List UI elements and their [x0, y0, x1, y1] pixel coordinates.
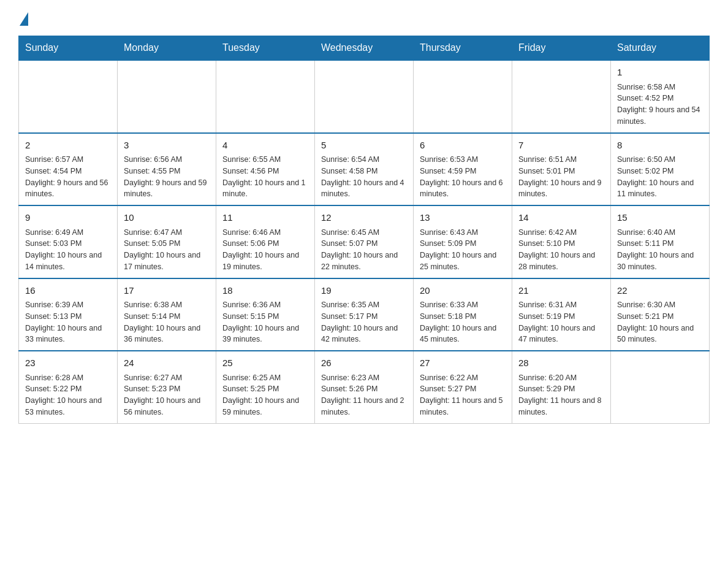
calendar-cell: 9Sunrise: 6:49 AMSunset: 5:03 PMDaylight… — [19, 205, 118, 278]
daylight-text: Daylight: 10 hours and 11 minutes. — [617, 178, 694, 199]
calendar-cell: 11Sunrise: 6:46 AMSunset: 5:06 PMDayligh… — [216, 205, 315, 278]
day-number: 12 — [321, 211, 407, 225]
sunrise-text: Sunrise: 6:30 AM — [617, 301, 675, 309]
sunset-text: Sunset: 5:02 PM — [617, 167, 673, 175]
calendar-header-row: SundayMondayTuesdayWednesdayThursdayFrid… — [19, 36, 710, 61]
calendar-cell: 14Sunrise: 6:42 AMSunset: 5:10 PMDayligh… — [512, 205, 611, 278]
sunrise-text: Sunrise: 6:42 AM — [518, 228, 577, 237]
sunset-text: Sunset: 5:26 PM — [321, 385, 377, 393]
sunset-text: Sunset: 4:58 PM — [321, 167, 377, 175]
sunset-text: Sunset: 5:21 PM — [617, 312, 673, 321]
sunset-text: Sunset: 5:27 PM — [420, 385, 476, 393]
calendar-day-header: Friday — [512, 36, 611, 61]
sunset-text: Sunset: 5:29 PM — [518, 385, 575, 393]
daylight-text: Daylight: 10 hours and 59 minutes. — [222, 396, 299, 416]
sunrise-text: Sunrise: 6:51 AM — [518, 155, 577, 164]
calendar-cell — [216, 60, 315, 133]
calendar-cell: 7Sunrise: 6:51 AMSunset: 5:01 PMDaylight… — [512, 133, 611, 206]
calendar-cell: 10Sunrise: 6:47 AMSunset: 5:05 PMDayligh… — [118, 205, 216, 278]
calendar-cell: 1Sunrise: 6:58 AMSunset: 4:52 PMDaylight… — [611, 60, 710, 133]
calendar-cell: 22Sunrise: 6:30 AMSunset: 5:21 PMDayligh… — [611, 278, 710, 351]
daylight-text: Daylight: 11 hours and 8 minutes. — [518, 396, 602, 416]
day-number: 10 — [124, 211, 210, 225]
sunset-text: Sunset: 4:54 PM — [25, 167, 82, 175]
sunset-text: Sunset: 4:59 PM — [420, 167, 476, 175]
sunrise-text: Sunrise: 6:23 AM — [321, 373, 379, 382]
daylight-text: Daylight: 10 hours and 22 minutes. — [321, 251, 398, 271]
calendar-cell — [414, 60, 512, 133]
day-number: 19 — [321, 284, 407, 298]
day-number: 24 — [124, 356, 210, 370]
sunrise-text: Sunrise: 6:39 AM — [25, 301, 83, 309]
daylight-text: Daylight: 10 hours and 42 minutes. — [321, 324, 398, 344]
calendar-cell: 4Sunrise: 6:55 AMSunset: 4:56 PMDaylight… — [216, 133, 315, 206]
calendar-day-header: Monday — [118, 36, 216, 61]
sunset-text: Sunset: 4:56 PM — [222, 167, 279, 175]
day-number: 27 — [420, 356, 506, 370]
sunrise-text: Sunrise: 6:35 AM — [321, 301, 379, 309]
sunset-text: Sunset: 5:09 PM — [420, 239, 476, 248]
daylight-text: Daylight: 10 hours and 50 minutes. — [617, 324, 694, 344]
sunrise-text: Sunrise: 6:31 AM — [518, 301, 577, 309]
sunrise-text: Sunrise: 6:43 AM — [420, 228, 478, 237]
logo — [18, 12, 28, 25]
daylight-text: Daylight: 10 hours and 25 minutes. — [420, 251, 496, 271]
daylight-text: Daylight: 10 hours and 39 minutes. — [222, 324, 299, 344]
calendar-cell: 19Sunrise: 6:35 AMSunset: 5:17 PMDayligh… — [315, 278, 414, 351]
sunrise-text: Sunrise: 6:33 AM — [420, 301, 478, 309]
sunset-text: Sunset: 5:03 PM — [25, 239, 82, 248]
daylight-text: Daylight: 10 hours and 17 minutes. — [124, 251, 200, 271]
day-number: 13 — [420, 211, 506, 225]
daylight-text: Daylight: 11 hours and 2 minutes. — [321, 396, 404, 416]
sunset-text: Sunset: 5:19 PM — [518, 312, 575, 321]
day-number: 14 — [518, 211, 604, 225]
calendar-day-header: Wednesday — [315, 36, 414, 61]
calendar-cell: 6Sunrise: 6:53 AMSunset: 4:59 PMDaylight… — [414, 133, 512, 206]
calendar-cell: 26Sunrise: 6:23 AMSunset: 5:26 PMDayligh… — [315, 351, 414, 423]
sunrise-text: Sunrise: 6:54 AM — [321, 155, 379, 164]
day-number: 6 — [420, 139, 506, 153]
sunrise-text: Sunrise: 6:36 AM — [222, 301, 281, 309]
calendar-cell: 24Sunrise: 6:27 AMSunset: 5:23 PMDayligh… — [118, 351, 216, 423]
day-number: 22 — [617, 284, 703, 298]
sunrise-text: Sunrise: 6:27 AM — [124, 373, 182, 382]
day-number: 11 — [222, 211, 308, 225]
sunset-text: Sunset: 5:11 PM — [617, 239, 673, 248]
sunset-text: Sunset: 5:07 PM — [321, 239, 377, 248]
day-number: 23 — [25, 356, 111, 370]
sunrise-text: Sunrise: 6:40 AM — [617, 228, 675, 237]
calendar-day-header: Thursday — [414, 36, 512, 61]
sunrise-text: Sunrise: 6:45 AM — [321, 228, 379, 237]
calendar-cell — [19, 60, 118, 133]
day-number: 3 — [124, 139, 210, 153]
sunset-text: Sunset: 5:01 PM — [518, 167, 575, 175]
calendar-cell: 20Sunrise: 6:33 AMSunset: 5:18 PMDayligh… — [414, 278, 512, 351]
sunrise-text: Sunrise: 6:56 AM — [124, 155, 182, 164]
daylight-text: Daylight: 9 hours and 54 minutes. — [617, 105, 700, 126]
daylight-text: Daylight: 10 hours and 19 minutes. — [222, 251, 299, 271]
daylight-text: Daylight: 10 hours and 36 minutes. — [124, 324, 200, 344]
calendar-week-row: 9Sunrise: 6:49 AMSunset: 5:03 PMDaylight… — [19, 205, 710, 278]
sunrise-text: Sunrise: 6:47 AM — [124, 228, 182, 237]
daylight-text: Daylight: 10 hours and 14 minutes. — [25, 251, 102, 271]
sunrise-text: Sunrise: 6:20 AM — [518, 373, 577, 382]
daylight-text: Daylight: 10 hours and 33 minutes. — [25, 324, 102, 344]
sunset-text: Sunset: 5:25 PM — [222, 385, 279, 393]
daylight-text: Daylight: 10 hours and 53 minutes. — [25, 396, 102, 416]
day-number: 4 — [222, 139, 308, 153]
day-number: 1 — [617, 66, 703, 80]
daylight-text: Daylight: 10 hours and 30 minutes. — [617, 251, 694, 271]
sunset-text: Sunset: 5:10 PM — [518, 239, 575, 248]
calendar-cell: 2Sunrise: 6:57 AMSunset: 4:54 PMDaylight… — [19, 133, 118, 206]
daylight-text: Daylight: 10 hours and 28 minutes. — [518, 251, 595, 271]
sunset-text: Sunset: 5:13 PM — [25, 312, 82, 321]
sunset-text: Sunset: 5:14 PM — [124, 312, 180, 321]
page-header — [18, 12, 710, 25]
day-number: 17 — [124, 284, 210, 298]
day-number: 9 — [25, 211, 111, 225]
calendar-day-header: Sunday — [19, 36, 118, 61]
daylight-text: Daylight: 9 hours and 59 minutes. — [124, 178, 207, 199]
calendar-cell — [512, 60, 611, 133]
day-number: 15 — [617, 211, 703, 225]
day-number: 28 — [518, 356, 604, 370]
